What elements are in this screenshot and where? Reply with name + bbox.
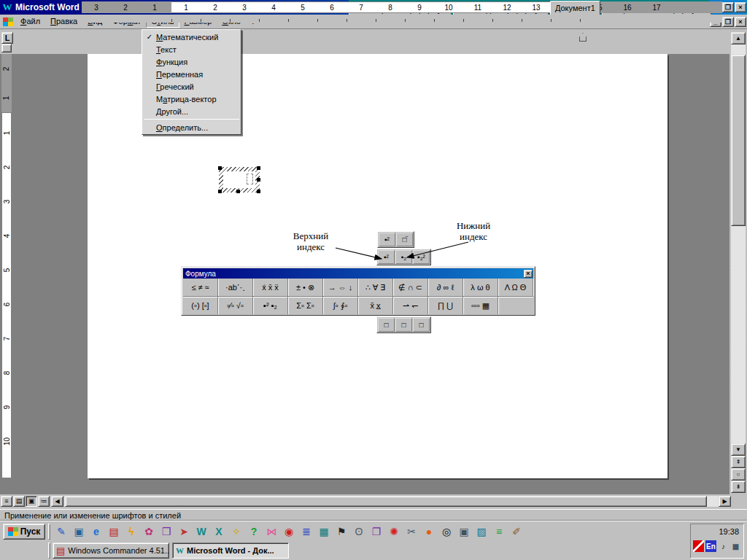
style-menu-item-define[interactable]: Определить... xyxy=(143,121,240,133)
style-menu-item-text[interactable]: Текст xyxy=(143,43,240,55)
corel-eye-icon[interactable]: ◎ xyxy=(438,524,455,540)
volume-icon[interactable]: ♪ xyxy=(718,540,729,552)
next-page-button[interactable]: ⇟ xyxy=(731,481,746,493)
splash-icon[interactable]: ✺ xyxy=(385,524,403,540)
embellishments-palette[interactable]: x́ x̄ ẍ xyxy=(253,279,288,296)
previous-page-button[interactable]: ⇞ xyxy=(731,456,746,468)
menu-file[interactable]: Файл xyxy=(15,15,45,28)
palette-cell[interactable]: □ xyxy=(378,318,395,332)
ribbon-icon[interactable]: ⋈ xyxy=(263,524,280,540)
operator-symbols-palette[interactable]: ± • ⊗ xyxy=(288,279,323,296)
book-icon[interactable]: ❒ xyxy=(158,524,175,540)
restore-button[interactable]: ❐ xyxy=(722,2,734,12)
style-menu-item-variable[interactable]: Переменная xyxy=(143,68,240,80)
mail-arrows-icon[interactable]: ➤ xyxy=(175,524,193,540)
eye-icon[interactable]: ʘ xyxy=(350,524,368,540)
taskbar-window-commander[interactable]: ▤ Windows Commander 4.51... xyxy=(53,542,169,559)
display-icon[interactable]: ▣ xyxy=(70,524,88,540)
style-menu-item-mathematical[interactable]: ✓Математический xyxy=(143,31,240,43)
style-menu-item-function[interactable]: Функция xyxy=(143,55,240,68)
online-layout-view-button[interactable]: ▤ xyxy=(13,496,25,507)
scroll-left-icon[interactable]: ◀ xyxy=(51,496,63,507)
taskbar-window-word[interactable]: W Microsoft Word - Док... xyxy=(172,542,289,559)
misc-symbols-palette[interactable]: ∂ ∞ ℓ xyxy=(428,279,463,296)
acrobat-icon[interactable]: ◉ xyxy=(280,524,298,540)
help-icon[interactable]: ? xyxy=(245,524,263,540)
page-layout-view-button[interactable]: ▣ xyxy=(26,496,37,507)
relational-symbols-palette[interactable]: ≤ ≠ ≈ xyxy=(183,279,218,296)
modem-icon[interactable]: ▦ xyxy=(730,540,741,552)
horizontal-scrollbar-thumb[interactable] xyxy=(65,496,707,507)
logical-symbols-palette[interactable]: ∴ ∀ ∃ xyxy=(358,279,393,296)
horizontal-scrollbar-track[interactable] xyxy=(64,496,719,507)
summation-templates-palette[interactable]: Σ▫ Σ▫ xyxy=(288,297,323,314)
computer-icon[interactable]: ▣ xyxy=(455,524,473,540)
calculator-icon[interactable]: ▦ xyxy=(315,524,333,540)
set-theory-symbols-palette[interactable]: ∉ ∩ ⊂ xyxy=(393,279,428,296)
excel-icon[interactable]: X xyxy=(210,524,228,540)
formula-toolbar-template-row: (▫) [▫]▫⁄▫ √▫▪² ▪₂Σ▫ Σ▫∫▫ ∮▫x̄ x̲⇀ ↽∏ ⋃▫… xyxy=(183,297,533,314)
windows-commander-icon[interactable]: ▤ xyxy=(105,524,123,540)
books-icon[interactable]: ≣ xyxy=(298,524,315,540)
list-icon[interactable]: ≡ xyxy=(490,524,508,540)
corel-icon[interactable]: ✿ xyxy=(140,524,158,540)
greek-uppercase-palette[interactable]: Λ Ω Θ xyxy=(498,279,533,296)
scandisk-icon[interactable] xyxy=(693,540,704,552)
palette-cell[interactable]: □ xyxy=(395,318,412,332)
spaces-ellipses-palette[interactable]: ·ab⋱ xyxy=(218,279,253,296)
scroll-right-icon[interactable]: ▶ xyxy=(719,496,731,507)
scroll-down-icon[interactable]: ▼ xyxy=(731,443,746,456)
formula-toolbar-titlebar[interactable]: Формула × xyxy=(183,268,533,279)
checkered-flag-icon[interactable]: ⚑ xyxy=(333,524,350,540)
taskbar-grip[interactable] xyxy=(48,524,50,540)
outline-view-button[interactable]: ≔ xyxy=(38,496,50,507)
formula-toolbar-close-icon[interactable]: × xyxy=(524,270,533,278)
picture-icon[interactable]: ▨ xyxy=(473,524,490,540)
doc-restore-button[interactable]: ❐ xyxy=(722,17,734,27)
vertical-scrollbar-track[interactable] xyxy=(731,44,746,443)
book-purple-icon[interactable]: ❐ xyxy=(368,524,385,540)
clock[interactable]: 19:38 xyxy=(693,526,741,536)
style-menu-item-greek[interactable]: Греческий xyxy=(143,80,240,93)
balloon-icon[interactable]: ● xyxy=(420,524,438,540)
product-set-templates-palette[interactable]: ∏ ⋃ xyxy=(428,297,463,314)
vertical-ruler-top-button[interactable] xyxy=(1,44,12,52)
fraction-radical-templates-palette[interactable]: ▫⁄▫ √▫ xyxy=(218,297,253,314)
greek-lowercase-palette[interactable]: λ ω θ xyxy=(463,279,498,296)
clipboard-scissors-icon[interactable]: ✂ xyxy=(403,524,420,540)
style-menu-item-matrix-vector[interactable]: Матрица-вектор xyxy=(143,93,240,105)
equation-object-frame[interactable] xyxy=(219,167,260,192)
fence-templates-palette[interactable]: (▫) [▫] xyxy=(183,297,218,314)
browse-object-button[interactable]: ○ xyxy=(731,468,746,481)
tab-stop-selector[interactable]: L xyxy=(1,32,13,44)
ruler-tab-ticks xyxy=(82,15,722,23)
subscript-superscript-templates-palette[interactable]: ▪² ▪₂ xyxy=(253,297,288,314)
bar-templates-palette[interactable]: x̄ x̲ xyxy=(358,297,393,314)
internet-explorer-icon[interactable]: e xyxy=(88,524,105,540)
equation-empty-slot[interactable] xyxy=(247,174,253,184)
wordpad-icon[interactable]: ✎ xyxy=(53,524,70,540)
word-icon[interactable]: W xyxy=(193,524,210,540)
arrow-symbols-palette[interactable]: → ⇔ ↓ xyxy=(323,279,358,296)
word-icon: W xyxy=(176,546,184,555)
integral-templates-palette[interactable]: ∫▫ ∮▫ xyxy=(323,297,358,314)
equation-editor-icon[interactable] xyxy=(3,18,13,26)
palette-cell[interactable]: □ xyxy=(413,318,430,332)
lightning-icon[interactable]: ϟ xyxy=(123,524,140,540)
ruler-text-area[interactable]: 1234567891011121314 xyxy=(171,1,584,13)
menu-edit[interactable]: Правка xyxy=(45,15,82,28)
taskbar-grip2[interactable] xyxy=(48,542,50,559)
matrix-templates-palette[interactable]: ▫▫▫ ▦ xyxy=(463,297,498,314)
start-button[interactable]: Пуск xyxy=(3,524,45,540)
keys-icon[interactable]: ✧ xyxy=(228,524,245,540)
labeled-arrow-templates-palette[interactable]: ⇀ ↽ xyxy=(393,297,428,314)
style-menu-item-other[interactable]: Другой... xyxy=(143,105,240,117)
normal-view-button[interactable]: ≡ xyxy=(1,496,12,507)
paint-cup-icon[interactable]: ✐ xyxy=(508,524,525,540)
language-indicator[interactable]: En xyxy=(705,540,716,552)
doc-close-button[interactable]: × xyxy=(735,17,746,27)
scroll-up-icon[interactable]: ▲ xyxy=(731,32,746,44)
vertical-scrollbar-thumb[interactable] xyxy=(731,55,746,226)
doc-tab-dokument1[interactable]: Документ1 xyxy=(550,1,600,15)
close-button[interactable]: × xyxy=(735,2,746,12)
